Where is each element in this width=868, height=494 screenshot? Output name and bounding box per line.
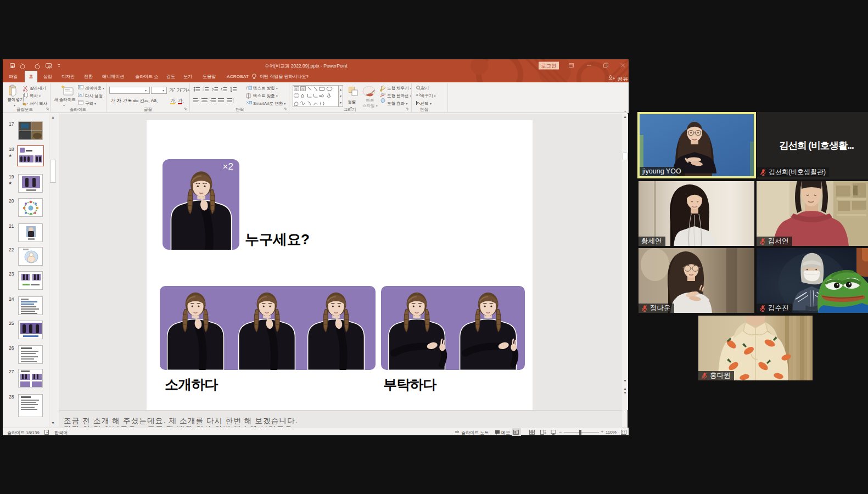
svg-text:로그인: 로그인: [541, 63, 557, 69]
svg-text:가: 가: [295, 87, 298, 91]
svg-text:2: 2: [203, 89, 204, 91]
svg-text:가: 가: [301, 87, 304, 91]
svg-text:수어(비교과 2022.09).pptx - Power: 수어(비교과 2022.09).pptx - PowerPoint: [265, 63, 348, 69]
